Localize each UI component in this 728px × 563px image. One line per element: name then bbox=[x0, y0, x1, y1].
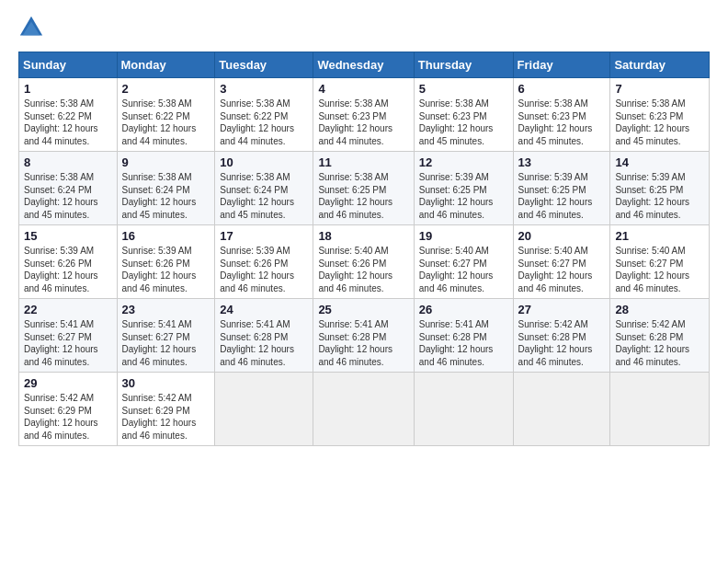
logo bbox=[18, 15, 48, 40]
calendar-cell: 29 Sunrise: 5:42 AM Sunset: 6:29 PM Dayl… bbox=[19, 373, 118, 446]
calendar-week-2: 15 Sunrise: 5:39 AM Sunset: 6:26 PM Dayl… bbox=[19, 225, 710, 299]
day-number: 18 bbox=[318, 229, 408, 243]
day-number: 20 bbox=[518, 229, 606, 243]
calendar-cell: 12 Sunrise: 5:39 AM Sunset: 6:25 PM Dayl… bbox=[414, 152, 513, 225]
calendar-cell: 2 Sunrise: 5:38 AM Sunset: 6:22 PM Dayli… bbox=[117, 78, 215, 152]
day-info: Sunrise: 5:38 AM Sunset: 6:24 PM Dayligh… bbox=[24, 171, 112, 221]
calendar-header-row: SundayMondayTuesdayWednesdayThursdayFrid… bbox=[19, 52, 710, 78]
day-info: Sunrise: 5:39 AM Sunset: 6:25 PM Dayligh… bbox=[518, 171, 606, 221]
day-info: Sunrise: 5:39 AM Sunset: 6:26 PM Dayligh… bbox=[24, 245, 112, 294]
day-info: Sunrise: 5:41 AM Sunset: 6:27 PM Dayligh… bbox=[122, 318, 210, 368]
calendar-cell: 14 Sunrise: 5:39 AM Sunset: 6:25 PM Dayl… bbox=[610, 152, 710, 225]
calendar-week-1: 8 Sunrise: 5:38 AM Sunset: 6:24 PM Dayli… bbox=[19, 152, 710, 225]
logo-icon bbox=[18, 15, 44, 40]
day-info: Sunrise: 5:41 AM Sunset: 6:28 PM Dayligh… bbox=[419, 318, 508, 368]
day-info: Sunrise: 5:41 AM Sunset: 6:28 PM Dayligh… bbox=[220, 318, 308, 368]
header-friday: Friday bbox=[513, 52, 610, 78]
day-number: 30 bbox=[122, 376, 210, 390]
day-number: 1 bbox=[24, 82, 112, 96]
day-number: 10 bbox=[220, 155, 308, 169]
day-info: Sunrise: 5:42 AM Sunset: 6:29 PM Dayligh… bbox=[122, 392, 210, 442]
header-thursday: Thursday bbox=[414, 52, 513, 78]
calendar-cell: 13 Sunrise: 5:39 AM Sunset: 6:25 PM Dayl… bbox=[513, 152, 610, 225]
day-number: 15 bbox=[24, 229, 112, 243]
header-sunday: Sunday bbox=[19, 52, 118, 78]
calendar-cell bbox=[513, 373, 610, 446]
day-info: Sunrise: 5:42 AM Sunset: 6:29 PM Dayligh… bbox=[24, 392, 112, 442]
day-number: 3 bbox=[220, 82, 308, 96]
day-info: Sunrise: 5:38 AM Sunset: 6:23 PM Dayligh… bbox=[419, 98, 508, 147]
day-info: Sunrise: 5:38 AM Sunset: 6:25 PM Dayligh… bbox=[318, 171, 408, 221]
calendar-week-3: 22 Sunrise: 5:41 AM Sunset: 6:27 PM Dayl… bbox=[19, 299, 710, 373]
day-info: Sunrise: 5:38 AM Sunset: 6:23 PM Dayligh… bbox=[318, 98, 408, 147]
header-saturday: Saturday bbox=[610, 52, 710, 78]
day-info: Sunrise: 5:38 AM Sunset: 6:23 PM Dayligh… bbox=[615, 98, 704, 147]
day-number: 7 bbox=[615, 82, 704, 96]
day-info: Sunrise: 5:39 AM Sunset: 6:25 PM Dayligh… bbox=[615, 171, 704, 221]
calendar-cell: 25 Sunrise: 5:41 AM Sunset: 6:28 PM Dayl… bbox=[313, 299, 414, 373]
day-info: Sunrise: 5:38 AM Sunset: 6:23 PM Dayligh… bbox=[518, 98, 606, 147]
calendar-cell bbox=[414, 373, 513, 446]
day-number: 25 bbox=[318, 303, 408, 316]
calendar-week-0: 1 Sunrise: 5:38 AM Sunset: 6:22 PM Dayli… bbox=[19, 78, 710, 152]
day-number: 2 bbox=[122, 82, 210, 96]
day-info: Sunrise: 5:41 AM Sunset: 6:28 PM Dayligh… bbox=[318, 318, 408, 368]
day-info: Sunrise: 5:42 AM Sunset: 6:28 PM Dayligh… bbox=[615, 318, 704, 368]
header-tuesday: Tuesday bbox=[215, 52, 313, 78]
calendar-cell: 8 Sunrise: 5:38 AM Sunset: 6:24 PM Dayli… bbox=[19, 152, 118, 225]
day-number: 27 bbox=[518, 303, 606, 316]
day-number: 11 bbox=[318, 155, 408, 169]
calendar-cell bbox=[313, 373, 414, 446]
day-number: 12 bbox=[419, 155, 508, 169]
day-number: 17 bbox=[220, 229, 308, 243]
calendar-cell: 30 Sunrise: 5:42 AM Sunset: 6:29 PM Dayl… bbox=[117, 373, 215, 446]
calendar-table: SundayMondayTuesdayWednesdayThursdayFrid… bbox=[18, 52, 710, 446]
day-info: Sunrise: 5:40 AM Sunset: 6:26 PM Dayligh… bbox=[318, 245, 408, 294]
calendar-cell bbox=[610, 373, 710, 446]
calendar-cell: 17 Sunrise: 5:39 AM Sunset: 6:26 PM Dayl… bbox=[215, 225, 313, 299]
calendar-cell: 4 Sunrise: 5:38 AM Sunset: 6:23 PM Dayli… bbox=[313, 78, 414, 152]
header-wednesday: Wednesday bbox=[313, 52, 414, 78]
day-number: 26 bbox=[419, 303, 508, 316]
day-info: Sunrise: 5:40 AM Sunset: 6:27 PM Dayligh… bbox=[615, 245, 704, 294]
calendar-cell: 1 Sunrise: 5:38 AM Sunset: 6:22 PM Dayli… bbox=[19, 78, 118, 152]
calendar-cell: 16 Sunrise: 5:39 AM Sunset: 6:26 PM Dayl… bbox=[117, 225, 215, 299]
calendar-cell: 24 Sunrise: 5:41 AM Sunset: 6:28 PM Dayl… bbox=[215, 299, 313, 373]
calendar-cell: 26 Sunrise: 5:41 AM Sunset: 6:28 PM Dayl… bbox=[414, 299, 513, 373]
calendar-cell: 7 Sunrise: 5:38 AM Sunset: 6:23 PM Dayli… bbox=[610, 78, 710, 152]
day-number: 29 bbox=[24, 376, 112, 390]
calendar-cell: 28 Sunrise: 5:42 AM Sunset: 6:28 PM Dayl… bbox=[610, 299, 710, 373]
day-number: 6 bbox=[518, 82, 606, 96]
day-info: Sunrise: 5:40 AM Sunset: 6:27 PM Dayligh… bbox=[419, 245, 508, 294]
day-info: Sunrise: 5:38 AM Sunset: 6:24 PM Dayligh… bbox=[122, 171, 210, 221]
day-info: Sunrise: 5:39 AM Sunset: 6:26 PM Dayligh… bbox=[220, 245, 308, 294]
day-number: 24 bbox=[220, 303, 308, 316]
day-info: Sunrise: 5:42 AM Sunset: 6:28 PM Dayligh… bbox=[518, 318, 606, 368]
day-info: Sunrise: 5:41 AM Sunset: 6:27 PM Dayligh… bbox=[24, 318, 112, 368]
calendar-cell: 5 Sunrise: 5:38 AM Sunset: 6:23 PM Dayli… bbox=[414, 78, 513, 152]
day-number: 13 bbox=[518, 155, 606, 169]
calendar-cell: 20 Sunrise: 5:40 AM Sunset: 6:27 PM Dayl… bbox=[513, 225, 610, 299]
calendar-cell: 11 Sunrise: 5:38 AM Sunset: 6:25 PM Dayl… bbox=[313, 152, 414, 225]
calendar-cell: 27 Sunrise: 5:42 AM Sunset: 6:28 PM Dayl… bbox=[513, 299, 610, 373]
day-number: 28 bbox=[615, 303, 704, 316]
day-number: 16 bbox=[122, 229, 210, 243]
calendar-cell: 18 Sunrise: 5:40 AM Sunset: 6:26 PM Dayl… bbox=[313, 225, 414, 299]
day-number: 5 bbox=[419, 82, 508, 96]
day-number: 4 bbox=[318, 82, 408, 96]
calendar-cell: 19 Sunrise: 5:40 AM Sunset: 6:27 PM Dayl… bbox=[414, 225, 513, 299]
calendar-cell: 21 Sunrise: 5:40 AM Sunset: 6:27 PM Dayl… bbox=[610, 225, 710, 299]
calendar-cell bbox=[215, 373, 313, 446]
calendar-cell: 6 Sunrise: 5:38 AM Sunset: 6:23 PM Dayli… bbox=[513, 78, 610, 152]
day-info: Sunrise: 5:39 AM Sunset: 6:26 PM Dayligh… bbox=[122, 245, 210, 294]
day-number: 8 bbox=[24, 155, 112, 169]
header-monday: Monday bbox=[117, 52, 215, 78]
day-number: 19 bbox=[419, 229, 508, 243]
calendar-cell: 10 Sunrise: 5:38 AM Sunset: 6:24 PM Dayl… bbox=[215, 152, 313, 225]
page-header bbox=[18, 15, 710, 40]
day-info: Sunrise: 5:38 AM Sunset: 6:22 PM Dayligh… bbox=[220, 98, 308, 147]
calendar-cell: 23 Sunrise: 5:41 AM Sunset: 6:27 PM Dayl… bbox=[117, 299, 215, 373]
day-number: 23 bbox=[122, 303, 210, 316]
day-info: Sunrise: 5:38 AM Sunset: 6:22 PM Dayligh… bbox=[24, 98, 112, 147]
day-info: Sunrise: 5:38 AM Sunset: 6:24 PM Dayligh… bbox=[220, 171, 308, 221]
